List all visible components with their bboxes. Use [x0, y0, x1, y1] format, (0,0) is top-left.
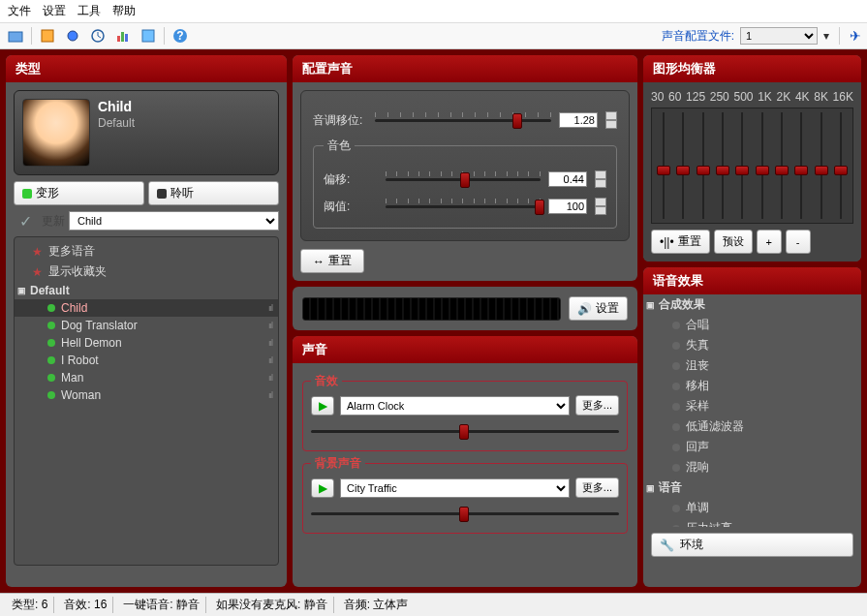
- offset-up[interactable]: ▲: [595, 170, 606, 179]
- fx-stress[interactable]: 压力过高: [643, 518, 861, 527]
- voicefx-panel: 语音效果 合成效果 合唱 失真 沮丧 移相 采样 低通滤波器 回声 混响 语音 …: [643, 267, 861, 587]
- threshold-down[interactable]: ▼: [595, 206, 606, 215]
- offset-value[interactable]: [548, 171, 587, 187]
- sound-panel: 声音 音效 ▶ Alarm Clock 更多... 背景声音 ▶ City Tr…: [293, 336, 637, 587]
- status-type: 类型: 6: [6, 597, 54, 613]
- eq-panel: 图形均衡器 30601252505001K2K4K8K16K: [643, 55, 861, 262]
- config-reset-button[interactable]: ↔重置: [300, 249, 364, 273]
- listen-button[interactable]: 聆听: [148, 181, 279, 205]
- svg-text:?: ?: [176, 29, 183, 43]
- sfx-select[interactable]: Alarm Clock: [340, 396, 570, 416]
- pitch-label: 音调移位:: [313, 112, 367, 129]
- pitch-up[interactable]: ▲: [605, 111, 617, 120]
- threshold-slider[interactable]: [386, 197, 541, 216]
- configure-panel-title: 配置声音: [293, 55, 637, 82]
- pitch-down[interactable]: ▼: [605, 120, 617, 129]
- filter-icon[interactable]: ✈: [850, 28, 861, 44]
- menu-help[interactable]: 帮助: [112, 3, 136, 19]
- sfx-slider[interactable]: [311, 421, 619, 441]
- status-bar: 类型: 6 音效: 16 一键语音: 静音 如果没有麦克风: 静音 音频: 立体…: [0, 593, 867, 616]
- morph-button[interactable]: 变形: [14, 181, 144, 205]
- fx-echo[interactable]: 回声: [643, 437, 861, 457]
- wrench-icon: 🔧: [660, 539, 674, 552]
- fx-distortion[interactable]: 失真: [643, 335, 861, 355]
- bg-more-button[interactable]: 更多...: [575, 477, 619, 498]
- fx-sample[interactable]: 采样: [643, 396, 861, 416]
- menu-settings[interactable]: 设置: [43, 3, 66, 19]
- status-onekey: 一键语音: 静音: [117, 597, 206, 613]
- environment-button[interactable]: 🔧环境: [651, 533, 853, 557]
- level-settings-button[interactable]: 🔊设置: [569, 296, 628, 321]
- toolbar-icon-clock[interactable]: [88, 26, 108, 46]
- toolbar-icon-3[interactable]: [63, 26, 82, 46]
- fx-list[interactable]: 合成效果 合唱 失真 沮丧 移相 采样 低通滤波器 回声 混响 语音 单调 压力…: [643, 294, 861, 527]
- menu-bar: 文件 设置 工具 帮助: [0, 0, 867, 23]
- fx-group-synth[interactable]: 合成效果: [643, 294, 861, 315]
- pitch-slider[interactable]: [375, 110, 551, 130]
- menu-file[interactable]: 文件: [8, 3, 31, 19]
- eq-band-1k[interactable]: [756, 112, 769, 219]
- voice-item-dog[interactable]: Dog Translatorııl: [15, 317, 278, 334]
- threshold-up[interactable]: ▲: [595, 198, 606, 206]
- toolbar-icon-chart[interactable]: [113, 26, 133, 46]
- offset-down[interactable]: ▼: [595, 179, 606, 188]
- eq-reset-button[interactable]: •||•重置: [651, 230, 710, 254]
- eq-band-500[interactable]: [735, 112, 749, 219]
- offset-slider[interactable]: [386, 169, 541, 189]
- svg-rect-6: [125, 34, 128, 42]
- timbre-legend: 音色: [324, 138, 355, 154]
- toolbar-help-icon[interactable]: ?: [170, 26, 190, 46]
- fx-mono[interactable]: 单调: [643, 498, 861, 518]
- voice-item-woman[interactable]: Womanııl: [15, 386, 278, 404]
- svg-point-2: [68, 31, 77, 41]
- eq-band-60[interactable]: [676, 112, 690, 219]
- svg-rect-0: [9, 32, 22, 42]
- status-nomic: 如果没有麦克风: 静音: [210, 597, 334, 613]
- eq-preset-button[interactable]: 预设: [714, 230, 753, 254]
- voice-group-default[interactable]: Default: [15, 282, 278, 299]
- eq-plus-button[interactable]: +: [757, 230, 782, 254]
- voice-list[interactable]: ★更多语音 ★显示收藏夹 Default Childııl Dog Transl…: [14, 236, 279, 566]
- show-favorites[interactable]: ★显示收藏夹: [15, 262, 278, 282]
- toolbar-icon-2[interactable]: [38, 26, 57, 46]
- voice-item-child[interactable]: Childııl: [15, 299, 278, 317]
- sound-config-label: 声音配置文件:: [662, 28, 734, 45]
- eq-band-16k[interactable]: [834, 112, 848, 219]
- fx-group-voice[interactable]: 语音: [643, 477, 861, 498]
- threshold-value[interactable]: [548, 199, 587, 214]
- voice-item-robot[interactable]: I Robotııl: [15, 352, 278, 369]
- eq-band-2k[interactable]: [775, 112, 789, 219]
- fx-depress[interactable]: 沮丧: [643, 355, 861, 376]
- fx-lowpass[interactable]: 低通滤波器: [643, 416, 861, 437]
- fx-phaser[interactable]: 移相: [643, 376, 861, 396]
- eq-band-8k[interactable]: [815, 112, 828, 219]
- menu-tools[interactable]: 工具: [77, 3, 101, 19]
- more-voices[interactable]: ★更多语音: [15, 241, 278, 262]
- fx-reverb[interactable]: 混响: [643, 457, 861, 477]
- voicefx-panel-title: 语音效果: [643, 267, 861, 294]
- sfx-fieldset: 音效 ▶ Alarm Clock 更多...: [302, 373, 628, 451]
- fx-chorus[interactable]: 合唱: [643, 315, 861, 335]
- status-sfx: 音效: 16: [58, 597, 113, 613]
- eq-band-30[interactable]: [657, 112, 670, 219]
- bg-fieldset: 背景声音 ▶ City Traffic 更多...: [302, 455, 628, 534]
- voice-item-man[interactable]: Manııl: [15, 369, 278, 386]
- sfx-play-button[interactable]: ▶: [311, 396, 334, 416]
- eq-band-250[interactable]: [716, 112, 729, 219]
- toolbar-icon-1[interactable]: [6, 26, 25, 46]
- eq-band-125[interactable]: [697, 112, 710, 219]
- svg-rect-4: [117, 36, 120, 42]
- voice-combo[interactable]: Child: [69, 211, 279, 231]
- toolbar-icon-5[interactable]: [139, 26, 158, 46]
- main-area: 类型 Child Default 变形 聆听 ✓ 更新 Child: [0, 49, 867, 593]
- eq-band-4k[interactable]: [794, 112, 808, 219]
- bg-select[interactable]: City Traffic: [340, 478, 570, 498]
- eq-minus-button[interactable]: -: [786, 230, 811, 254]
- sound-config-select[interactable]: 1: [740, 27, 818, 45]
- pitch-value[interactable]: [559, 112, 598, 128]
- bg-slider[interactable]: [311, 504, 619, 523]
- sfx-more-button[interactable]: 更多...: [575, 395, 619, 416]
- bg-play-button[interactable]: ▶: [311, 478, 334, 498]
- eq-panel-title: 图形均衡器: [643, 55, 861, 82]
- voice-item-hell[interactable]: Hell Demonııl: [15, 334, 278, 352]
